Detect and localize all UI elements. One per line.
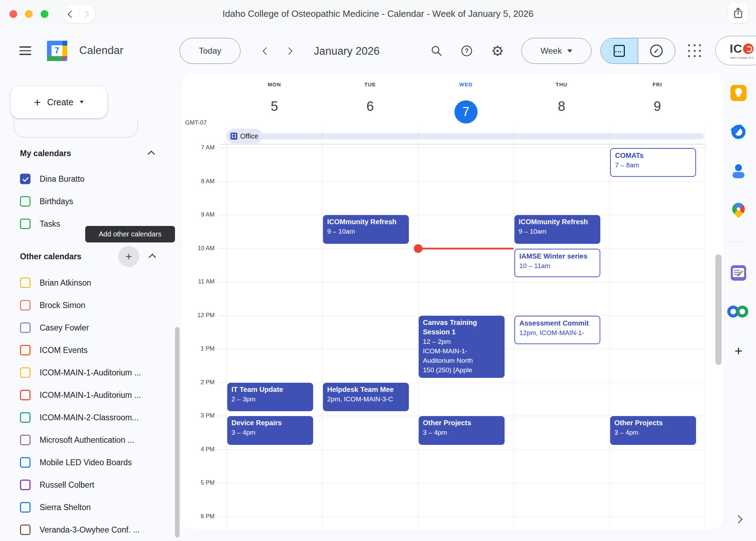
account-avatar[interactable]: IC Idaho College of O [715,36,756,65]
calendar-list-item[interactable]: Birthdays [20,190,73,213]
event-it-team-update[interactable]: IT Team Update2 – 3pm [227,383,313,412]
event-canvas-training-session-1[interactable]: Canvas Training Session 112 – 2pm ICOM-M… [419,316,505,378]
event-detail: 2pm, ICOM-MAIN-3-C [327,394,405,404]
share-button[interactable] [728,3,748,23]
back-icon[interactable] [68,11,75,18]
keep-icon[interactable] [730,85,747,101]
add-other-calendars-button[interactable]: + [118,246,139,267]
checkbox-unchecked[interactable] [20,390,31,400]
create-label: Create [47,97,73,107]
event-other-projects[interactable]: Other Projects3 – 4pm [419,416,505,445]
event-detail: 3 – 4pm [614,428,692,437]
window-close-button[interactable] [9,10,17,18]
day-number[interactable]: 9 [636,99,679,114]
other-calendars-collapse-icon[interactable] [149,254,156,261]
checkbox-checked[interactable] [20,174,31,184]
help-icon[interactable]: ? [461,45,473,57]
google-calendar-window: Idaho College of Osteopathic Medicine - … [0,0,756,541]
window-minimize-button[interactable] [25,10,33,18]
event-icommunity-refresh[interactable]: ICOMmunity Refresh9 – 10am [514,215,600,244]
event-comats[interactable]: COMATs7 – 8am [610,148,696,177]
allday-divider [220,144,705,145]
checkbox-unchecked[interactable] [20,502,31,513]
window-zoom-button[interactable] [41,10,48,18]
event-assessment-commit[interactable]: Assessment Commit12pm, ICOM-MAIN-1- [514,316,600,345]
icom-logo-dot [743,44,754,54]
hour-label: 3 PM [183,412,215,419]
day-name-mon: MON [254,81,296,87]
calendar-scrollbar[interactable] [715,254,722,365]
tasks-view-toggle[interactable]: ✓ [638,38,675,64]
notes-addon-icon[interactable] [731,265,746,281]
calendar-list-item[interactable]: Microsoft Authentication ... [20,429,134,451]
checkbox-unchecked[interactable] [20,480,31,490]
event-icommunity-refresh[interactable]: ICOMmunity Refresh9 – 10am [323,215,409,244]
calendar-list-item[interactable]: Veranda-3-Owyhee Conf. ... [20,519,140,541]
column-line [705,128,706,527]
checkbox-unchecked[interactable] [20,219,31,229]
calendar-list-item[interactable]: Russell Colbert [20,474,94,496]
previous-week-icon[interactable] [263,47,270,55]
contacts-icon[interactable] [731,163,746,179]
forward-icon[interactable] [82,11,89,18]
checkbox-unchecked[interactable] [20,300,31,310]
next-week-icon[interactable] [285,47,292,55]
tasks-check-icon: ✓ [650,45,663,57]
event-other-projects[interactable]: Other Projects3 – 4pm [610,416,696,445]
checkbox-unchecked[interactable] [20,345,31,355]
sidebar-scrollbar[interactable] [175,327,180,537]
scrolled-minicalendar-edge [13,119,140,139]
event-iamse-winter-series[interactable]: IAMSE Winter series10 – 11am [514,249,600,278]
maps-icon[interactable] [732,203,745,215]
calendar-label: Tasks [40,219,60,229]
calendar-view-toggle[interactable] [601,38,638,64]
checkbox-unchecked[interactable] [20,196,31,207]
create-button[interactable]: + Create [11,86,107,118]
working-location-chip[interactable]: Office [227,129,262,143]
plus-icon: + [34,96,41,108]
calendar-list-item[interactable]: Casey Fowler [20,316,89,339]
calendar-list-item[interactable]: ICOM-MAIN-2-Classroom... [20,406,139,429]
hour-label: 5 PM [183,479,215,486]
checkbox-unchecked[interactable] [20,367,31,378]
get-addons-plus-icon[interactable]: + [735,343,742,359]
checkbox-unchecked[interactable] [20,278,31,288]
day-name-tue: TUE [349,81,391,87]
main-menu-icon[interactable] [19,44,31,58]
view-selector-dropdown[interactable]: Week [521,38,592,64]
checkbox-unchecked[interactable] [20,412,31,423]
calendar-list-item[interactable]: ICOM-MAIN-1-Auditorium ... [20,361,141,384]
google-apps-grid-icon[interactable] [688,44,702,58]
checkbox-unchecked[interactable] [20,322,31,333]
checkbox-unchecked[interactable] [20,435,31,445]
checkbox-unchecked[interactable] [20,525,31,535]
search-icon[interactable] [431,45,443,57]
my-calendars-header[interactable]: My calendars [20,149,71,158]
event-device-repairs[interactable]: Device Repairs3 – 4pm [227,416,313,445]
day-number[interactable]: 6 [349,99,391,114]
calendar-list-item[interactable]: Sierra Shelton [20,496,91,519]
tasks-icon[interactable] [731,125,745,139]
calendar-list-item[interactable]: Mobile LED Video Boards [20,451,132,474]
hour-tick [218,349,227,349]
loops-addon-icon[interactable] [727,306,750,318]
calendar-list-item[interactable]: Brock Simon [20,294,85,316]
checkbox-unchecked[interactable] [20,457,31,468]
today-button[interactable]: Today [180,38,241,64]
calendar-list-item[interactable]: Tasks [20,213,60,235]
calendar-list-item[interactable]: Dina Buratto [20,168,85,190]
column-line [227,128,227,527]
settings-gear-icon[interactable] [492,45,504,57]
hide-side-panel-icon[interactable] [736,516,742,522]
event-helpdesk-team-mee[interactable]: Helpdesk Team Mee2pm, ICOM-MAIN-3-C [323,383,409,412]
day-number[interactable]: 5 [254,99,296,114]
calendar-list-item[interactable]: ICOM Events [20,339,88,361]
calendar-label: ICOM Events [40,346,88,355]
calendar-list-item[interactable]: ICOM-MAIN-1-Auditorium ... [20,384,141,406]
today-date-circle[interactable]: 7 [454,100,478,123]
day-number[interactable]: 8 [541,99,583,114]
hour-line [227,282,705,282]
other-calendars-header[interactable]: Other calendars [20,252,81,261]
my-calendars-collapse-icon[interactable] [148,151,155,158]
calendar-list-item[interactable]: Brian Atkinson [20,272,91,294]
